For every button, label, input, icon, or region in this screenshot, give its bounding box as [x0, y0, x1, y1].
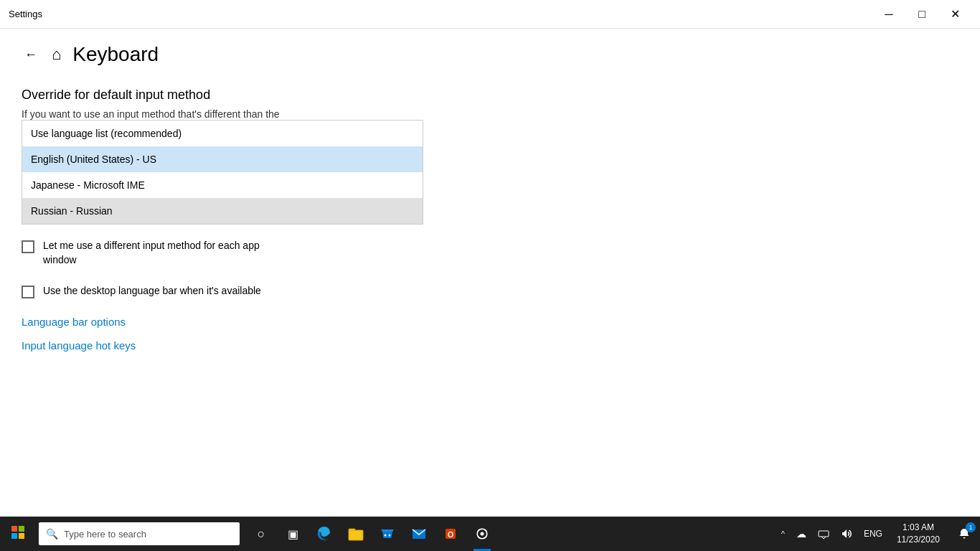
description-text: If you want to use an input method that'… [22, 108, 423, 120]
mail-icon [412, 527, 426, 541]
svg-point-12 [481, 532, 484, 536]
taskbar-search-text: Type here to search [64, 529, 146, 540]
checkbox-desktop-langbar[interactable] [22, 286, 34, 298]
store-button[interactable] [372, 517, 403, 551]
svg-rect-2 [11, 533, 17, 539]
explorer-button[interactable] [340, 517, 372, 551]
cloud-icon: ☁ [796, 528, 806, 540]
language-bar-options-link[interactable]: Language bar options [22, 316, 958, 328]
settings-taskbar-icon [475, 527, 489, 541]
dropdown-item-english-us[interactable]: English (United States) - US [22, 146, 423, 172]
clock-time: 1:03 AM [903, 522, 934, 534]
start-button[interactable] [0, 517, 36, 551]
office-icon: O [443, 527, 458, 541]
taskbar-icons: ○ ▣ [245, 517, 498, 551]
section-title: Override for default input method [22, 88, 958, 103]
cortana-button[interactable]: ○ [245, 517, 277, 551]
checkbox-row-per-app: Let me use a different input method for … [22, 239, 423, 267]
checkbox-row-desktop-langbar: Use the desktop language bar when it's a… [22, 284, 423, 298]
taskbar-search[interactable]: 🔍 Type here to search [39, 522, 240, 545]
store-icon [380, 527, 395, 541]
explorer-icon [348, 526, 364, 542]
svg-point-7 [385, 534, 387, 537]
dropdown-item-language-list[interactable]: Use language list (recommended) [22, 121, 423, 146]
title-bar-title: Settings [9, 9, 42, 19]
cortana-icon: ○ [258, 527, 265, 542]
settings-taskbar-button[interactable] [466, 517, 498, 551]
checkbox-per-app[interactable] [22, 240, 34, 253]
main-content: ← ⌂ Keyboard Override for default input … [0, 29, 980, 517]
office-button[interactable]: O [435, 517, 466, 551]
svg-rect-0 [11, 526, 17, 532]
input-method-dropdown[interactable]: Use language list (recommended) English … [22, 120, 423, 225]
notification-button[interactable]: 1 [948, 517, 980, 551]
taskbar-search-icon: 🔍 [46, 528, 58, 540]
taskbar-clock[interactable]: 1:03 AM 11/23/2020 [888, 517, 948, 551]
system-tray[interactable]: ^ [776, 529, 791, 538]
tray-chevron-icon: ^ [781, 529, 785, 538]
volume-icon [841, 528, 852, 540]
edge-button[interactable] [308, 517, 340, 551]
network-icon-wrap[interactable] [812, 528, 835, 540]
svg-rect-1 [19, 526, 24, 532]
cloud-icon-wrap[interactable]: ☁ [791, 528, 812, 540]
checkbox-desktop-langbar-label: Use the desktop language bar when it's a… [43, 284, 261, 298]
language-indicator[interactable]: ENG [858, 517, 888, 551]
mail-button[interactable] [403, 517, 435, 551]
network-icon [818, 528, 829, 540]
notification-badge: 1 [966, 522, 976, 532]
svg-rect-3 [19, 533, 24, 539]
windows-icon [11, 526, 24, 542]
close-button[interactable]: ✕ [938, 3, 971, 26]
title-bar: Settings ─ □ ✕ [0, 0, 980, 29]
title-bar-controls: ─ □ ✕ [872, 3, 971, 26]
task-view-button[interactable]: ▣ [277, 517, 308, 551]
home-icon: ⌂ [52, 45, 61, 64]
task-view-icon: ▣ [288, 527, 298, 541]
input-language-hotkeys-link[interactable]: Input language hot keys [22, 339, 958, 352]
edge-icon [316, 526, 332, 542]
taskbar-right: ^ ☁ ENG 1:03 AM 11/23/2020 [776, 517, 980, 551]
title-bar-left: Settings [9, 9, 42, 19]
volume-icon-wrap[interactable] [835, 528, 858, 540]
svg-rect-13 [819, 531, 829, 537]
taskbar: 🔍 Type here to search ○ ▣ [0, 517, 980, 551]
minimize-button[interactable]: ─ [872, 3, 905, 26]
maximize-button[interactable]: □ [905, 3, 938, 26]
page-title: Keyboard [72, 43, 159, 66]
svg-text:O: O [448, 530, 454, 539]
dropdown-item-russian[interactable]: Russian - Russian [22, 198, 423, 224]
checkbox-per-app-label: Let me use a different input method for … [43, 239, 260, 267]
dropdown-item-japanese[interactable]: Japanese - Microsoft IME [22, 172, 423, 198]
page-header: ← ⌂ Keyboard [22, 43, 958, 66]
clock-date: 11/23/2020 [897, 534, 940, 546]
back-button[interactable]: ← [22, 44, 40, 65]
svg-point-8 [389, 534, 391, 537]
